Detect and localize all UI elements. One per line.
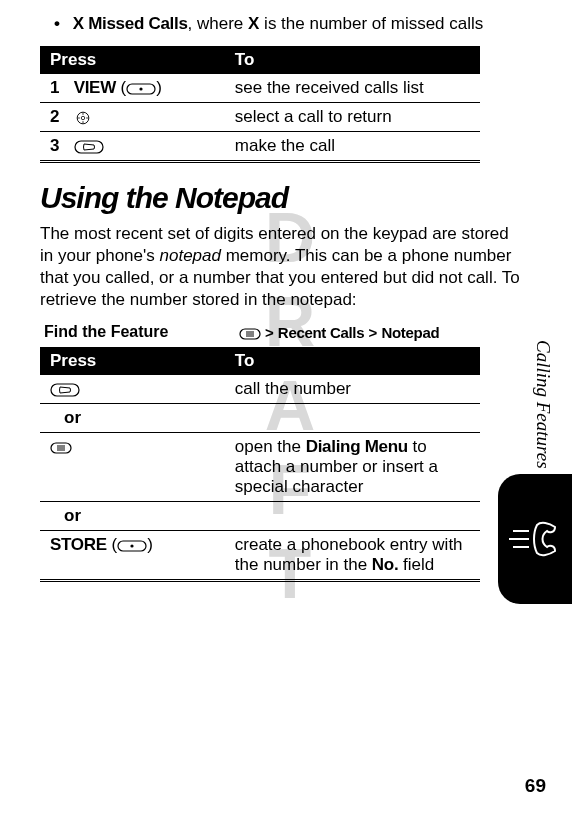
path-recent-calls: Recent Calls xyxy=(278,324,364,341)
t2-r1-to: call the number xyxy=(225,375,480,404)
step-3-num: 3 xyxy=(50,136,59,155)
paren-close3: ) xyxy=(147,535,153,554)
bullet-rest2: is the number of missed calls xyxy=(259,14,483,33)
t2-r2-to: open the Dialing Menu to attach a number… xyxy=(225,433,480,502)
t2-r3-to: create a phonebook entry with the number… xyxy=(225,531,480,581)
store-label: STORE xyxy=(50,535,107,554)
svg-rect-13 xyxy=(51,384,79,396)
nav-key-icon xyxy=(74,111,92,125)
menu-key-icon xyxy=(239,327,261,341)
paren-open: ( xyxy=(116,78,126,97)
table-missed-calls: Press To 1 VIEW () see the received call… xyxy=(40,46,480,163)
t2-r1-press xyxy=(40,375,225,404)
step-1-num: 1 xyxy=(50,78,59,97)
bullet-icon: • xyxy=(54,14,60,33)
t1-row3-press: 3 xyxy=(40,132,225,162)
t1-row1-press: 1 VIEW () xyxy=(40,74,225,103)
th-to: To xyxy=(225,46,480,74)
path-notepad: Notepad xyxy=(381,324,439,341)
t2-or1-empty xyxy=(225,404,480,433)
view-softkey-label: VIEW xyxy=(74,78,116,97)
t2-or2-empty xyxy=(225,502,480,531)
bullet-x: X xyxy=(248,14,259,33)
t1-row1-to: see the received calls list xyxy=(225,74,480,103)
softkey-icon xyxy=(126,82,156,96)
r3-bold: No. xyxy=(372,555,398,574)
svg-point-1 xyxy=(140,87,143,90)
step-2-num: 2 xyxy=(50,107,59,126)
r3-d2: field xyxy=(398,555,434,574)
softkey-icon xyxy=(117,539,147,553)
section-using-notepad: Using the Notepad xyxy=(40,181,520,215)
t2-or1: or xyxy=(40,404,225,433)
r2-bold: Dialing Menu xyxy=(306,437,408,456)
table-notepad: Press To call the number or open the Dia… xyxy=(40,347,480,582)
paren-close: ) xyxy=(156,78,162,97)
t1-row2-to: select a call to return xyxy=(225,103,480,132)
bullet-rest1: , where xyxy=(188,14,248,33)
t2-or2: or xyxy=(40,502,225,531)
svg-rect-8 xyxy=(75,141,103,153)
svg-point-19 xyxy=(131,544,134,547)
bullet-lead: X Missed Calls xyxy=(73,14,188,33)
t2-r2-press xyxy=(40,433,225,502)
th2-to: To xyxy=(225,347,480,375)
find-the-feature-row: Find the Feature > Recent Calls > Notepa… xyxy=(44,323,520,343)
feature-path: > Recent Calls > Notepad xyxy=(239,324,440,341)
side-section-label: Calling Features xyxy=(532,340,554,469)
t1-row3-to: make the call xyxy=(225,132,480,162)
notepad-description: The most recent set of digits entered on… xyxy=(40,223,520,311)
t2-r3-press: STORE () xyxy=(40,531,225,581)
r2-d1: open the xyxy=(235,437,306,456)
svg-point-3 xyxy=(81,116,84,119)
page-number: 69 xyxy=(525,775,546,797)
bullet-missed-calls: • X Missed Calls, where X is the number … xyxy=(54,14,520,34)
page-content: • X Missed Calls, where X is the number … xyxy=(40,0,520,582)
send-key-icon xyxy=(50,383,80,397)
para-em: notepad xyxy=(160,246,221,265)
paren-open3: ( xyxy=(107,535,117,554)
th2-press: Press xyxy=(40,347,225,375)
find-the-feature-label: Find the Feature xyxy=(44,323,234,341)
th-press: Press xyxy=(40,46,225,74)
send-key-icon xyxy=(74,140,104,154)
t1-row2-press: 2 xyxy=(40,103,225,132)
menu-key-icon xyxy=(50,441,72,455)
